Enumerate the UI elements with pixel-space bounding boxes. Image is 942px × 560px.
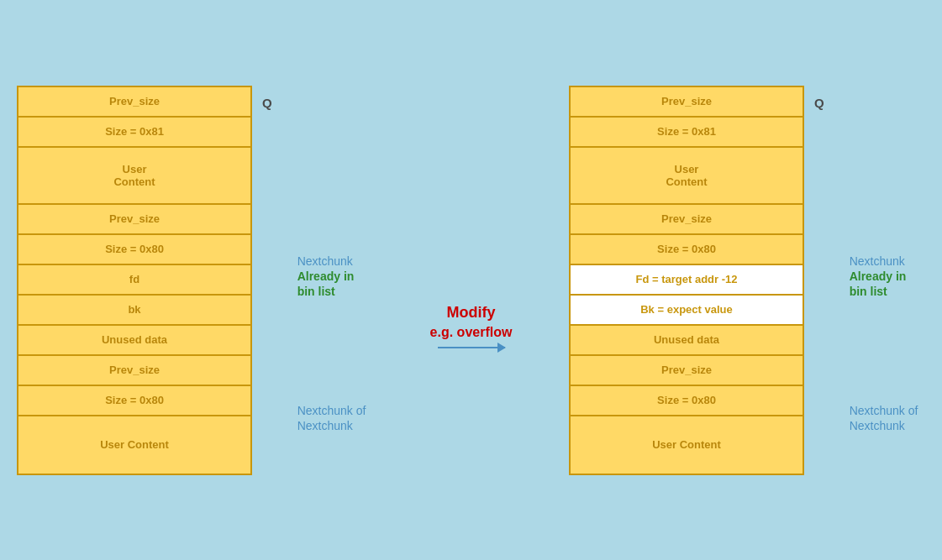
main-container: Prev_size Size = 0x81 UserContent Prev_s… (0, 69, 942, 492)
arrow-container (438, 347, 505, 348)
left-unused: Unused data (18, 326, 250, 356)
left-fd: fd (18, 265, 250, 296)
right-already-in-bin-label: Already in bin list (850, 269, 925, 299)
left-prev-size-3: Prev_size (18, 356, 250, 386)
left-q-label-area: Q (252, 86, 272, 110)
right-fd: Fd = target addr -12 (571, 265, 803, 296)
right-prev-size-2: Prev_size (571, 205, 803, 235)
left-nextchunk2-label: Nextchunk (297, 418, 373, 433)
overflow-text: e.g. overflow (430, 325, 513, 340)
right-user-content: UserContent (571, 148, 803, 205)
right-q-label-area: Q (804, 86, 824, 110)
left-prev-size-1: Prev_size (18, 87, 250, 118)
left-nextchunk-of-annotation: Nextchunk of Nextchunk (297, 403, 373, 433)
right-prev-size-3: Prev_size (571, 356, 803, 386)
modify-text: Modify (447, 304, 496, 322)
left-nextchunk-annotation: Nextchunk Already in bin list (297, 254, 373, 300)
left-annotations: Nextchunk Already in bin list Nextchunk … (297, 86, 373, 434)
left-user-content: UserContent (18, 148, 250, 205)
left-nextchunk-label: Nextchunk (297, 254, 373, 269)
right-size-81: Size = 0x81 (571, 118, 803, 148)
left-size-81: Size = 0x81 (18, 118, 250, 148)
arrow-line (438, 347, 505, 348)
left-size-80-2: Size = 0x80 (18, 386, 250, 416)
right-unused: Unused data (571, 326, 803, 356)
left-bk: bk (18, 296, 250, 326)
right-user-content-2: User Content (571, 416, 803, 474)
right-bk: Bk = expect value (571, 296, 803, 326)
middle-section: Modify e.g. overflow (424, 86, 518, 348)
right-size-80-2: Size = 0x80 (571, 386, 803, 416)
left-q-label: Q (259, 86, 272, 110)
right-chunk-table: Prev_size Size = 0x81 UserContent Prev_s… (569, 86, 804, 475)
right-q-label: Q (811, 86, 824, 110)
right-nextchunk-label: Nextchunk (850, 254, 925, 269)
left-size-80: Size = 0x80 (18, 235, 250, 265)
left-already-in-bin-label: Already in bin list (297, 269, 373, 299)
right-nextchunk2-label: Nextchunk (850, 418, 925, 433)
left-diagram-group: Prev_size Size = 0x81 UserContent Prev_s… (17, 86, 373, 475)
right-diagram-group: Prev_size Size = 0x81 UserContent Prev_s… (569, 86, 925, 475)
right-nextchunk-of-annotation: Nextchunk of Nextchunk (850, 403, 925, 433)
right-nextchunk-annotation: Nextchunk Already in bin list (850, 254, 925, 300)
right-nextchunk-of-label: Nextchunk of (850, 403, 925, 418)
left-nextchunk-of-label: Nextchunk of (297, 403, 373, 418)
left-chunk-table: Prev_size Size = 0x81 UserContent Prev_s… (17, 86, 252, 475)
left-user-content-2: User Content (18, 416, 250, 474)
right-prev-size-1: Prev_size (571, 87, 803, 118)
left-prev-size-2: Prev_size (18, 205, 250, 235)
right-size-80: Size = 0x80 (571, 235, 803, 265)
right-annotations: Nextchunk Already in bin list Nextchunk … (850, 86, 925, 434)
